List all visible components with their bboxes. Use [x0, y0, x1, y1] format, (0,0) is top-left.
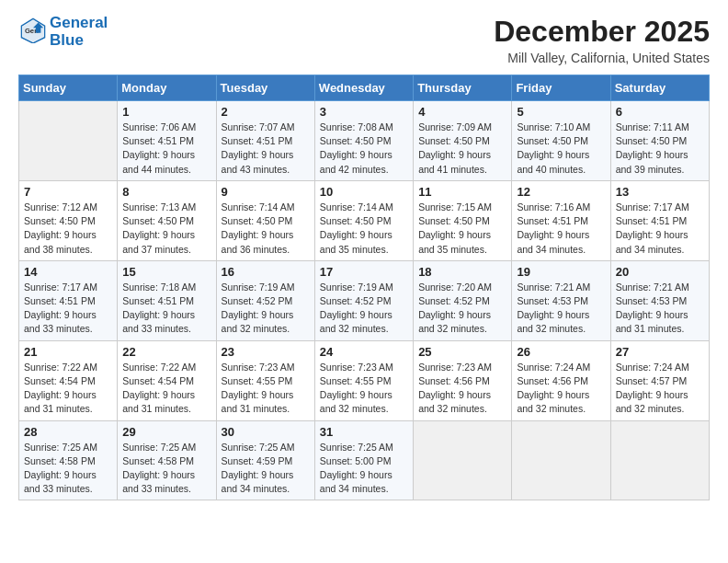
day-info: Sunrise: 7:14 AMSunset: 4:50 PMDaylight:…: [222, 201, 310, 257]
table-row: 2Sunrise: 7:07 AMSunset: 4:51 PMDaylight…: [216, 101, 314, 181]
table-row: 12Sunrise: 7:16 AMSunset: 4:51 PMDayligh…: [512, 180, 610, 260]
header-friday: Friday: [512, 75, 610, 101]
day-info: Sunrise: 7:10 AMSunset: 4:50 PMDaylight:…: [517, 121, 605, 177]
day-info: Sunrise: 7:16 AMSunset: 4:51 PMDaylight:…: [517, 201, 605, 257]
header-sunday: Sunday: [19, 75, 118, 101]
day-number: 19: [517, 265, 605, 279]
day-info: Sunrise: 7:18 AMSunset: 4:51 PMDaylight:…: [122, 281, 210, 337]
table-row: 13Sunrise: 7:17 AMSunset: 4:51 PMDayligh…: [610, 180, 709, 260]
header-wednesday: Wednesday: [314, 75, 413, 101]
month-title: December 2025: [494, 15, 710, 49]
day-number: 6: [616, 105, 704, 119]
table-row: 31Sunrise: 7:25 AMSunset: 5:00 PMDayligh…: [314, 420, 413, 500]
day-info: Sunrise: 7:24 AMSunset: 4:56 PMDaylight:…: [517, 361, 605, 417]
calendar-week-row: 7Sunrise: 7:12 AMSunset: 4:50 PMDaylight…: [19, 180, 710, 260]
table-row: 27Sunrise: 7:24 AMSunset: 4:57 PMDayligh…: [610, 340, 709, 420]
table-row: 4Sunrise: 7:09 AMSunset: 4:50 PMDaylight…: [414, 101, 512, 181]
day-number: 7: [24, 185, 112, 199]
logo-icon: Gen: [20, 17, 46, 43]
table-row: 16Sunrise: 7:19 AMSunset: 4:52 PMDayligh…: [216, 260, 314, 340]
calendar-table: Sunday Monday Tuesday Wednesday Thursday…: [18, 75, 710, 500]
table-row: 25Sunrise: 7:23 AMSunset: 4:56 PMDayligh…: [414, 340, 512, 420]
day-number: 10: [320, 185, 408, 199]
calendar-week-row: 1Sunrise: 7:06 AMSunset: 4:51 PMDaylight…: [19, 101, 710, 181]
calendar-week-row: 28Sunrise: 7:25 AMSunset: 4:58 PMDayligh…: [19, 420, 710, 500]
day-info: Sunrise: 7:17 AMSunset: 4:51 PMDaylight:…: [24, 281, 112, 337]
day-number: 2: [222, 105, 310, 119]
day-number: 22: [122, 345, 210, 359]
table-row: 24Sunrise: 7:23 AMSunset: 4:55 PMDayligh…: [314, 340, 413, 420]
table-row: 9Sunrise: 7:14 AMSunset: 4:50 PMDaylight…: [216, 180, 314, 260]
header-saturday: Saturday: [610, 75, 709, 101]
day-number: 13: [616, 185, 704, 199]
day-info: Sunrise: 7:11 AMSunset: 4:50 PMDaylight:…: [616, 121, 704, 177]
day-number: 12: [517, 185, 605, 199]
day-number: 26: [517, 345, 605, 359]
day-number: 29: [122, 425, 210, 439]
day-number: 31: [320, 425, 408, 439]
day-info: Sunrise: 7:13 AMSunset: 4:50 PMDaylight:…: [122, 201, 210, 257]
table-row: 10Sunrise: 7:14 AMSunset: 4:50 PMDayligh…: [314, 180, 413, 260]
day-info: Sunrise: 7:25 AMSunset: 4:58 PMDaylight:…: [122, 441, 210, 497]
day-info: Sunrise: 7:19 AMSunset: 4:52 PMDaylight:…: [320, 281, 408, 337]
page-header: Gen General Blue December 2025 Mill Vall…: [18, 15, 710, 65]
day-number: 20: [616, 265, 704, 279]
table-row: 7Sunrise: 7:12 AMSunset: 4:50 PMDaylight…: [19, 180, 118, 260]
logo-line1: General: [50, 15, 108, 32]
day-number: 23: [222, 345, 310, 359]
day-number: 11: [418, 185, 506, 199]
day-info: Sunrise: 7:25 AMSunset: 4:59 PMDaylight:…: [222, 441, 310, 497]
table-row: 8Sunrise: 7:13 AMSunset: 4:50 PMDaylight…: [118, 180, 216, 260]
header-tuesday: Tuesday: [216, 75, 314, 101]
location: Mill Valley, California, United States: [494, 51, 710, 65]
calendar-header-row: Sunday Monday Tuesday Wednesday Thursday…: [19, 75, 710, 101]
day-number: 25: [418, 345, 506, 359]
day-number: 27: [616, 345, 704, 359]
table-row: 6Sunrise: 7:11 AMSunset: 4:50 PMDaylight…: [610, 101, 709, 181]
day-number: 24: [320, 345, 408, 359]
table-row: [414, 420, 512, 500]
day-info: Sunrise: 7:08 AMSunset: 4:50 PMDaylight:…: [320, 121, 408, 177]
table-row: 18Sunrise: 7:20 AMSunset: 4:52 PMDayligh…: [414, 260, 512, 340]
day-info: Sunrise: 7:09 AMSunset: 4:50 PMDaylight:…: [418, 121, 506, 177]
day-number: 9: [222, 185, 310, 199]
table-row: 19Sunrise: 7:21 AMSunset: 4:53 PMDayligh…: [512, 260, 610, 340]
table-row: 11Sunrise: 7:15 AMSunset: 4:50 PMDayligh…: [414, 180, 512, 260]
table-row: [19, 101, 118, 181]
day-info: Sunrise: 7:22 AMSunset: 4:54 PMDaylight:…: [122, 361, 210, 417]
day-info: Sunrise: 7:06 AMSunset: 4:51 PMDaylight:…: [122, 121, 210, 177]
day-number: 8: [122, 185, 210, 199]
day-info: Sunrise: 7:24 AMSunset: 4:57 PMDaylight:…: [616, 361, 704, 417]
table-row: 21Sunrise: 7:22 AMSunset: 4:54 PMDayligh…: [19, 340, 118, 420]
day-number: 17: [320, 265, 408, 279]
day-info: Sunrise: 7:21 AMSunset: 4:53 PMDaylight:…: [616, 281, 704, 337]
day-info: Sunrise: 7:19 AMSunset: 4:52 PMDaylight:…: [222, 281, 310, 337]
table-row: 23Sunrise: 7:23 AMSunset: 4:55 PMDayligh…: [216, 340, 314, 420]
day-info: Sunrise: 7:07 AMSunset: 4:51 PMDaylight:…: [222, 121, 310, 177]
table-row: 14Sunrise: 7:17 AMSunset: 4:51 PMDayligh…: [19, 260, 118, 340]
logo: Gen General Blue: [18, 15, 108, 49]
day-info: Sunrise: 7:14 AMSunset: 4:50 PMDaylight:…: [320, 201, 408, 257]
day-info: Sunrise: 7:21 AMSunset: 4:53 PMDaylight:…: [517, 281, 605, 337]
logo-line2: Blue: [50, 32, 108, 50]
header-monday: Monday: [118, 75, 216, 101]
table-row: 20Sunrise: 7:21 AMSunset: 4:53 PMDayligh…: [610, 260, 709, 340]
day-number: 4: [418, 105, 506, 119]
day-number: 18: [418, 265, 506, 279]
day-info: Sunrise: 7:25 AMSunset: 4:58 PMDaylight:…: [24, 441, 112, 497]
day-number: 28: [24, 425, 112, 439]
table-row: 1Sunrise: 7:06 AMSunset: 4:51 PMDaylight…: [118, 101, 216, 181]
table-row: 22Sunrise: 7:22 AMSunset: 4:54 PMDayligh…: [118, 340, 216, 420]
day-number: 3: [320, 105, 408, 119]
day-number: 5: [517, 105, 605, 119]
calendar-week-row: 21Sunrise: 7:22 AMSunset: 4:54 PMDayligh…: [19, 340, 710, 420]
day-info: Sunrise: 7:17 AMSunset: 4:51 PMDaylight:…: [616, 201, 704, 257]
calendar-week-row: 14Sunrise: 7:17 AMSunset: 4:51 PMDayligh…: [19, 260, 710, 340]
table-row: 28Sunrise: 7:25 AMSunset: 4:58 PMDayligh…: [19, 420, 118, 500]
table-row: 15Sunrise: 7:18 AMSunset: 4:51 PMDayligh…: [118, 260, 216, 340]
table-row: 5Sunrise: 7:10 AMSunset: 4:50 PMDaylight…: [512, 101, 610, 181]
title-block: December 2025 Mill Valley, California, U…: [494, 15, 710, 65]
table-row: 3Sunrise: 7:08 AMSunset: 4:50 PMDaylight…: [314, 101, 413, 181]
day-info: Sunrise: 7:12 AMSunset: 4:50 PMDaylight:…: [24, 201, 112, 257]
day-info: Sunrise: 7:20 AMSunset: 4:52 PMDaylight:…: [418, 281, 506, 337]
